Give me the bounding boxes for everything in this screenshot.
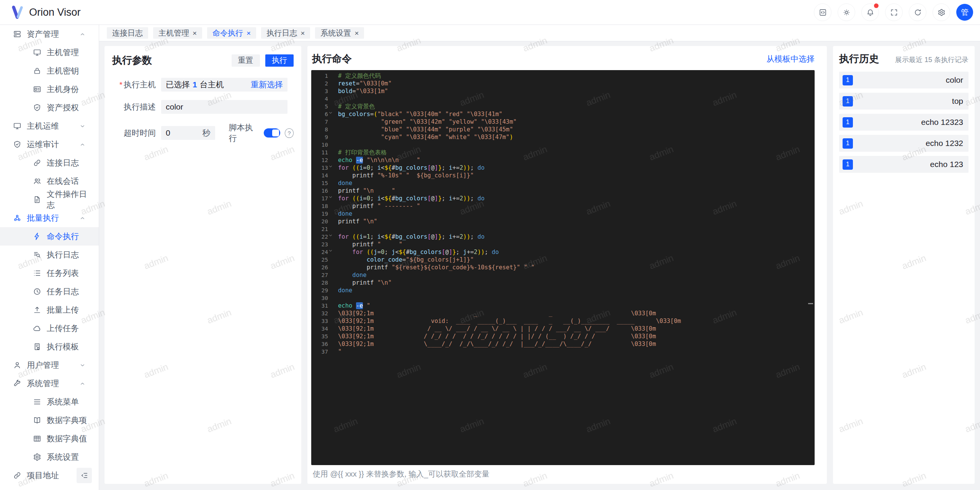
reselect-link[interactable]: 重新选择 <box>251 79 283 90</box>
fold-gutter <box>328 126 338 133</box>
code-line: 23 printf " " <box>311 241 815 248</box>
shield-icon <box>13 140 21 149</box>
sidebar-item-system-menu[interactable]: 系统菜单 <box>0 393 99 411</box>
sidebar-item-system-management[interactable]: 系统管理 <box>0 374 99 393</box>
codebox-icon <box>819 8 827 16</box>
line-number: 30 <box>311 294 328 302</box>
history-item[interactable]: 1echo 12323 <box>839 114 969 131</box>
timeout-value: 0 <box>166 128 170 138</box>
code-line: 34\033[92;1m / __ \/ ___/ / __ \/ __ \ |… <box>311 325 815 333</box>
tab-connection-log[interactable]: 连接日志 <box>107 27 148 39</box>
sidebar-item-file-operation-log[interactable]: 文件操作日志 <box>0 190 99 209</box>
line-number: 34 <box>311 325 328 333</box>
code-editor[interactable]: 1# 定义颜色代码2reset="\033[0m"3bold="\033[1m"… <box>311 70 815 465</box>
fullscreen-button[interactable] <box>885 3 903 21</box>
avatar[interactable]: 管 <box>956 4 973 21</box>
sidebar-item-ops-audit[interactable]: 运维审计 <box>0 135 99 154</box>
line-number: 3 <box>311 87 328 95</box>
sidebar-item-dict-keys[interactable]: 数据字典项 <box>0 411 99 429</box>
sidebar-item-label: 主机管理 <box>47 47 79 58</box>
file-icon <box>33 195 41 204</box>
tab-host-management[interactable]: 主机管理× <box>153 27 202 39</box>
line-number: 12 <box>311 156 328 164</box>
run-button[interactable]: 执行 <box>265 54 294 67</box>
book-icon <box>33 416 41 424</box>
host-selector[interactable]: 已选择 1 台主机 重新选择 <box>161 78 287 92</box>
close-icon[interactable]: × <box>247 29 251 37</box>
help-icon[interactable]: ? <box>285 128 294 138</box>
wrench-icon <box>13 379 21 388</box>
close-icon[interactable]: × <box>301 29 305 37</box>
sidebar-item-host-keys[interactable]: 主机密钥 <box>0 62 99 80</box>
template-icon <box>33 343 41 351</box>
timeout-label: 超时时间 <box>112 128 156 138</box>
code-line: 1# 定义颜色代码 <box>311 72 815 80</box>
tab-system-settings[interactable]: 系统设置× <box>315 27 364 39</box>
sidebar-item-dict-values[interactable]: 数据字典值 <box>0 429 99 448</box>
fold-chevron-icon[interactable] <box>328 164 338 172</box>
sidebar-item-task-list[interactable]: 任务列表 <box>0 264 99 282</box>
code-line: 32\033[92;1m _ _ \033[0m <box>311 310 815 317</box>
settings-button[interactable] <box>933 3 950 21</box>
line-number: 9 <box>311 133 328 141</box>
script-exec-toggle[interactable] <box>264 128 280 138</box>
chev-up-icon <box>79 215 86 221</box>
close-icon[interactable]: × <box>193 29 197 37</box>
sidebar-collapse-button[interactable] <box>77 468 92 483</box>
sidebar-item-command-execution[interactable]: 命令执行 <box>0 227 99 246</box>
sidebar-item-host-management[interactable]: 主机管理 <box>0 43 99 62</box>
line-number: 26 <box>311 264 328 271</box>
sidebar-item-upload-tasks[interactable]: 上传任务 <box>0 319 99 338</box>
history-subtitle: 展示最近 15 条执行记录 <box>895 55 969 64</box>
code-line: 10 <box>311 141 815 149</box>
code-line: 8 "blue" "\033[44m" "purple" "\033[45m" <box>311 126 815 133</box>
history-item[interactable]: 1top <box>839 93 969 110</box>
notifications-button[interactable] <box>861 3 879 21</box>
theme-button[interactable] <box>838 3 855 21</box>
sidebar-item-connection-log[interactable]: 连接日志 <box>0 154 99 172</box>
fold-chevron-icon[interactable] <box>328 248 338 256</box>
fold-chevron-icon[interactable] <box>328 195 338 202</box>
code-line: 2reset="\033[0m" <box>311 80 815 87</box>
description-value: color <box>166 102 183 111</box>
fold-gutter <box>328 287 338 294</box>
chev-down-icon <box>328 195 333 200</box>
timeout-input[interactable]: 0 秒 <box>161 126 215 140</box>
close-icon[interactable]: × <box>354 29 359 37</box>
history-item[interactable]: 1color <box>839 72 969 88</box>
description-input[interactable]: color <box>161 100 287 114</box>
fold-chevron-icon[interactable] <box>328 110 338 118</box>
app-header: Orion Visor 管 <box>0 0 980 25</box>
header-actions: 管 <box>814 3 973 21</box>
sidebar-item-batch-execution[interactable]: 批量执行 <box>0 209 99 227</box>
tab-command-execution[interactable]: 命令执行× <box>207 27 256 39</box>
sidebar-item-host-identity[interactable]: 主机身份 <box>0 80 99 98</box>
history-item[interactable]: 1echo 1232 <box>839 135 969 152</box>
sidebar-item-label: 执行模板 <box>47 341 79 352</box>
sidebar-item-label: 命令执行 <box>47 231 79 242</box>
line-number: 36 <box>311 340 328 348</box>
sidebar-item-execution-log[interactable]: 执行日志 <box>0 246 99 264</box>
sidebar-item-user-management[interactable]: 用户管理 <box>0 356 99 374</box>
code-button[interactable] <box>814 3 831 21</box>
fold-gutter <box>328 202 338 210</box>
sidebar-item-task-log[interactable]: 任务日志 <box>0 282 99 301</box>
sidebar-item-execution-templates[interactable]: 执行模板 <box>0 338 99 356</box>
reset-button[interactable]: 重置 <box>232 54 260 67</box>
sidebar-item-asset-authorization[interactable]: 资产授权 <box>0 98 99 117</box>
history-item[interactable]: 1echo 123 <box>839 156 969 173</box>
sidebar-item-system-settings[interactable]: 系统设置 <box>0 448 99 466</box>
server-icon <box>13 30 21 38</box>
code-line: 7 "green" "\033[42m" "yellow" "\033[43m" <box>311 118 815 126</box>
code-line: 20printf "\n" <box>311 218 815 225</box>
line-number: 33 <box>311 317 328 325</box>
sidebar-item-online-sessions[interactable]: 在线会话 <box>0 172 99 190</box>
sidebar-item-asset-management[interactable]: 资产管理 <box>0 25 99 43</box>
refresh-button[interactable] <box>909 3 926 21</box>
choose-from-template-link[interactable]: 从模板中选择 <box>766 54 815 64</box>
toggle-knob <box>272 129 279 136</box>
sidebar-item-host-ops[interactable]: 主机运维 <box>0 117 99 135</box>
fold-chevron-icon[interactable] <box>328 233 338 241</box>
sidebar-item-batch-upload[interactable]: 批量上传 <box>0 301 99 319</box>
tab-execution-log[interactable]: 执行日志× <box>261 27 310 39</box>
